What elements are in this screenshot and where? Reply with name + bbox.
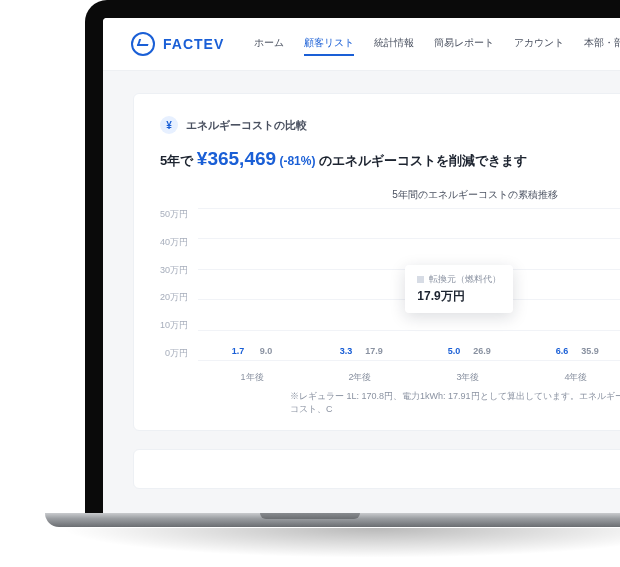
main-nav: ホーム 顧客リスト 統計情報 簡易レポート アカウント 本部・部署 [254, 32, 620, 56]
y-tick: 30万円 [160, 264, 188, 277]
chart-x-axis: 1年後 2年後 3年後 4年後 [198, 371, 620, 384]
nav-account[interactable]: アカウント [514, 32, 564, 56]
energy-cost-chart: 50万円 40万円 30万円 20万円 10万円 0万円 [160, 204, 620, 384]
headline-amount: ¥365,469 [197, 148, 276, 169]
energy-cost-card: ¥ エネルギーコストの比較 5年で ¥365,469 (-81%) のエネルギー… [133, 93, 620, 431]
headline-pct: (-81%) [276, 154, 319, 168]
card-heading: ¥ エネルギーコストの比較 [160, 116, 620, 134]
y-tick: 50万円 [160, 208, 188, 221]
tooltip-label-row: 転換元（燃料代） [417, 273, 501, 286]
x-label: 1年後 [241, 371, 264, 384]
yen-icon: ¥ [160, 116, 178, 134]
content-area: ¥ エネルギーコストの比較 5年で ¥365,469 (-81%) のエネルギー… [103, 71, 620, 511]
bar-value-label: 5.0 [448, 346, 461, 356]
tooltip-swatch-icon [417, 276, 424, 283]
bar-value-label: 17.9 [365, 346, 383, 356]
app-screen: FACTEV ホーム 顧客リスト 統計情報 簡易レポート アカウント 本部・部署… [103, 18, 620, 515]
bar-value-label: 35.9 [581, 346, 599, 356]
chart-title: 5年間のエネルギーコストの累積推移 [160, 188, 620, 202]
top-navbar: FACTEV ホーム 顧客リスト 統計情報 簡易レポート アカウント 本部・部署 [103, 18, 620, 71]
bar-value-label: 3.3 [340, 346, 353, 356]
y-tick: 40万円 [160, 236, 188, 249]
nav-home[interactable]: ホーム [254, 32, 284, 56]
savings-headline: 5年で ¥365,469 (-81%) のエネルギーコストを削減できます [160, 148, 620, 170]
x-label: 4年後 [564, 371, 587, 384]
card-title: エネルギーコストの比較 [186, 118, 307, 133]
bar-value-label: 26.9 [473, 346, 491, 356]
next-card [133, 449, 620, 489]
brand-logo-icon [131, 32, 155, 56]
bar-value-label: 1.7 [232, 346, 245, 356]
nav-hq[interactable]: 本部・部署 [584, 32, 620, 56]
bar-value-label: 6.6 [556, 346, 569, 356]
nav-stats[interactable]: 統計情報 [374, 32, 414, 56]
y-tick: 20万円 [160, 291, 188, 304]
x-label: 3年後 [456, 371, 479, 384]
y-tick: 0万円 [160, 347, 188, 360]
tooltip-series-label: 転換元（燃料代） [429, 273, 501, 286]
laptop-frame: FACTEV ホーム 顧客リスト 統計情報 簡易レポート アカウント 本部・部署… [85, 0, 620, 515]
y-tick: 10万円 [160, 319, 188, 332]
headline-post: のエネルギーコストを削減できます [319, 153, 527, 168]
nav-report[interactable]: 簡易レポート [434, 32, 494, 56]
chart-tooltip: 転換元（燃料代） 17.9万円 [405, 265, 513, 313]
grid-line [198, 360, 620, 361]
brand-name: FACTEV [163, 36, 224, 52]
x-label: 2年後 [348, 371, 371, 384]
laptop-notch [260, 513, 360, 519]
chart-y-axis: 50万円 40万円 30万円 20万円 10万円 0万円 [160, 204, 198, 384]
chart-footnote: ※レギュラー 1L: 170.8円、電力1kWh: 17.91円として算出してい… [160, 390, 620, 416]
nav-customers[interactable]: 顧客リスト [304, 32, 354, 56]
tooltip-value: 17.9万円 [417, 288, 501, 305]
laptop-shadow [60, 528, 620, 558]
brand-logo[interactable]: FACTEV [131, 32, 224, 56]
headline-pre: 5年で [160, 153, 197, 168]
bar-value-label: 9.0 [260, 346, 273, 356]
chart-plot: 1.79.03.317.95.026.96.635.9 1年後 2年後 3年後 … [198, 204, 620, 384]
